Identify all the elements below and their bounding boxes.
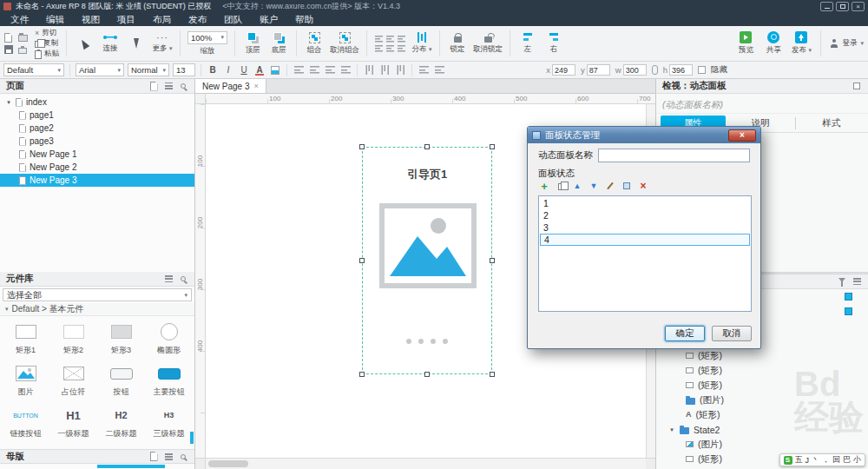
login-button[interactable]: 登录▾ — [830, 38, 864, 49]
masters-scrollbar-thumb[interactable] — [97, 465, 165, 468]
font-size-select[interactable]: 13 — [173, 63, 195, 76]
widget-h3[interactable]: H3三级标题 — [145, 401, 193, 443]
scrollbar-thumb[interactable] — [208, 460, 248, 467]
resize-handle-e[interactable] — [490, 258, 495, 263]
bring-to-front-button[interactable]: 顶层 — [242, 32, 263, 56]
pages-search-button[interactable] — [178, 81, 188, 91]
resize-handle-sw[interactable] — [359, 372, 365, 377]
resize-handle-s[interactable] — [424, 372, 430, 377]
valign-top-button[interactable] — [363, 64, 375, 76]
resize-handle-w[interactable] — [359, 258, 365, 263]
underline-button[interactable]: U — [238, 64, 250, 76]
widget-rect2[interactable]: 矩形2 — [49, 318, 97, 360]
text-align-center-button[interactable] — [308, 64, 320, 76]
cut-button[interactable]: ×剪切 — [35, 29, 59, 38]
menu-edit[interactable]: 编辑 — [37, 12, 73, 26]
left-align-tool-button[interactable]: 左 — [517, 32, 538, 55]
inspector-popout-button[interactable] — [852, 81, 862, 91]
widget-rect3[interactable]: 矩形3 — [97, 318, 145, 360]
dialog-titlebar[interactable]: 面板状态管理 × — [528, 127, 760, 143]
publish-button[interactable]: 发布 ▾ — [791, 31, 812, 56]
outline-row[interactable]: (矩形) — [656, 363, 868, 378]
widget-rect1[interactable]: 矩形1 — [2, 318, 49, 360]
state-row-3[interactable]: 3 — [540, 221, 750, 234]
align-bottom-icon[interactable] — [397, 44, 406, 52]
resize-handle-nw[interactable] — [359, 144, 365, 149]
dynamic-panel-name-input[interactable] — [662, 99, 862, 109]
distribute-button[interactable]: 分布 ▾ — [411, 32, 432, 55]
page-item-index[interactable]: ▾index — [0, 96, 194, 109]
widget-image[interactable]: 图片 — [2, 360, 49, 401]
hide-checkbox[interactable] — [698, 66, 706, 74]
page-item-new-page-2[interactable]: New Page 2 — [0, 161, 194, 174]
close-button[interactable]: × — [852, 2, 865, 11]
delete-state-button[interactable]: × — [637, 180, 649, 192]
more-button[interactable]: ···更多 ▾ — [152, 33, 173, 54]
align-center-icon[interactable] — [385, 35, 395, 43]
valign-middle-button[interactable] — [378, 64, 391, 76]
state-row-2[interactable]: 2 — [540, 209, 750, 221]
image-placeholder-widget[interactable] — [379, 203, 477, 288]
outline-row-state2[interactable]: ▾State2 — [656, 422, 868, 437]
widget-h1[interactable]: H1一级标题 — [49, 401, 97, 443]
panel-state-list[interactable]: 1 2 3 4 — [538, 195, 752, 312]
move-state-up-button[interactable]: ▲ — [571, 180, 583, 192]
lock-button[interactable]: 锁定 — [447, 32, 468, 55]
text-align-right-button[interactable] — [324, 64, 336, 76]
selected-dynamic-panel[interactable]: 引导页1 — [362, 147, 492, 374]
menu-view[interactable]: 视图 — [73, 12, 108, 26]
tab-style[interactable]: 样式 — [799, 116, 864, 130]
save-icon[interactable] — [4, 45, 13, 54]
h-input[interactable] — [669, 64, 693, 76]
paste-button[interactable]: 粘贴 — [35, 50, 59, 59]
widget-ellipse[interactable]: 椭圆形 — [145, 318, 193, 360]
menu-project[interactable]: 项目 — [108, 12, 144, 26]
resize-handle-n[interactable] — [424, 144, 430, 149]
indent-button[interactable] — [433, 64, 445, 76]
widget-clipped[interactable] — [145, 443, 193, 449]
font-family-select[interactable]: Arial▾ — [76, 63, 124, 76]
align-left-icon[interactable] — [374, 35, 384, 43]
share-button[interactable]: 共享 — [763, 31, 784, 56]
maximize-button[interactable] — [836, 2, 849, 11]
widget-h2[interactable]: H2二级标题 — [97, 401, 145, 443]
move-state-down-button[interactable]: ▼ — [588, 180, 600, 192]
minimize-button[interactable] — [820, 2, 833, 11]
w-input[interactable] — [623, 64, 647, 76]
add-page-button[interactable] — [148, 81, 159, 91]
library-menu-button[interactable] — [163, 274, 174, 284]
unlock-button[interactable]: 取消锁定 — [473, 32, 503, 55]
x-input[interactable] — [552, 64, 575, 76]
resize-handle-ne[interactable] — [490, 144, 495, 149]
page-item-page1[interactable]: page1 — [0, 109, 194, 122]
edit-state-button[interactable] — [621, 180, 633, 192]
new-file-icon[interactable] — [4, 33, 12, 43]
y-input[interactable] — [587, 64, 610, 76]
state-row-1[interactable]: 1 — [540, 197, 750, 209]
outline-filter-button[interactable] — [837, 276, 847, 287]
widget-clipped[interactable] — [2, 443, 49, 449]
library-section-header[interactable]: ▾Default > 基本元件 — [0, 303, 194, 316]
cancel-button[interactable]: 取消 — [712, 326, 752, 341]
pages-menu-button[interactable] — [163, 81, 174, 91]
widget-placeholder[interactable]: 占位符 — [49, 360, 97, 401]
send-to-back-button[interactable]: 底层 — [268, 32, 289, 56]
italic-button[interactable]: I — [222, 64, 234, 76]
text-align-justify-button[interactable] — [339, 64, 352, 76]
panel-name-input[interactable] — [598, 149, 750, 162]
widget-link-button[interactable]: BUTTON链接按钮 — [2, 401, 49, 443]
menu-arrange[interactable]: 布局 — [144, 12, 180, 26]
rename-state-button[interactable] — [604, 180, 616, 192]
align-right-icon[interactable] — [397, 35, 406, 43]
page-item-new-page-3[interactable]: New Page 3 — [0, 174, 194, 187]
outline-row[interactable]: (矩形) — [656, 348, 868, 363]
select-mode-button[interactable] — [74, 39, 95, 49]
outline-row[interactable]: A(矩形) — [656, 407, 868, 422]
bold-button[interactable]: B — [207, 64, 219, 76]
page-item-page2[interactable]: page2 — [0, 122, 194, 135]
expander-icon[interactable]: ▾ — [668, 426, 675, 433]
fill-color-button[interactable] — [269, 64, 281, 76]
expander-icon[interactable]: ▾ — [5, 99, 12, 106]
add-state-button[interactable]: + — [538, 180, 550, 192]
text-align-left-button[interactable] — [293, 64, 305, 76]
